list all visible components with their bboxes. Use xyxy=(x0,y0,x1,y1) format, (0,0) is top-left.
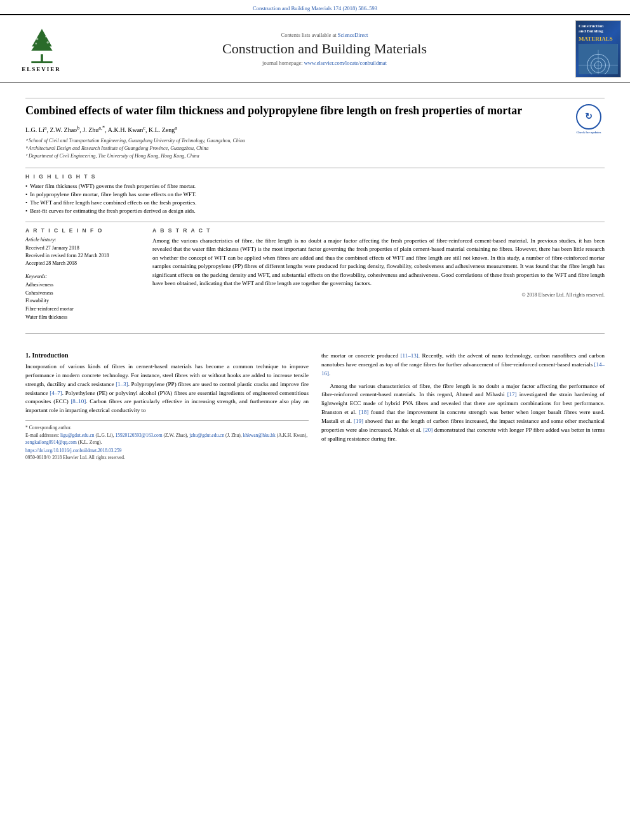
journal-homepage: journal homepage: www.elsevier.com/locat… xyxy=(262,60,387,66)
footnote-emails-label: E-mail addresses: xyxy=(25,432,59,438)
email-zeng[interactable]: zengkailong0914@qq.com xyxy=(25,439,77,445)
authors-text: L.G. Lia, Z.W. Zhaob, J. Zhua,*, A.K.H. … xyxy=(25,126,177,133)
article-title: Combined effects of water film thickness… xyxy=(25,104,522,117)
sciencedirect-label: Contents lists available at xyxy=(281,32,337,38)
ref-4-7[interactable]: [4–7] xyxy=(50,390,62,396)
journal-cover-area: Construction and Building MATERIALS xyxy=(573,20,624,77)
journal-header: ELSEVIER Contents lists available at Sci… xyxy=(0,14,630,83)
ref-1-3[interactable]: [1–3] xyxy=(116,381,128,387)
highlight-1-text: Water film thickness (WFT) governs the f… xyxy=(30,183,196,189)
body-col-left: 1. Introduction Incorporation of various… xyxy=(25,352,309,460)
keyword-2: Cohesiveness xyxy=(25,290,140,298)
email-ligu[interactable]: ligu@gdut.edu.cn xyxy=(60,432,95,438)
cover-title-area: Construction and Building MATERIALS xyxy=(579,23,618,42)
ref-14-16[interactable]: [14–16] xyxy=(321,361,605,377)
divider-1 xyxy=(25,98,605,98)
divider-3 xyxy=(25,222,605,222)
ref-19[interactable]: [19] xyxy=(354,418,363,424)
received-1: Received 27 January 2018 xyxy=(25,244,140,252)
intro-heading: 1. Introduction xyxy=(25,352,309,359)
highlights-section: H I G H L I G H T S • Water film thickne… xyxy=(25,173,605,214)
keyword-3: Flowability xyxy=(25,297,140,305)
copyright: © 2018 Elsevier Ltd. All rights reserved… xyxy=(152,292,605,298)
doi-footer-text: https://doi.org/10.1016/j.conbuildmat.20… xyxy=(25,448,122,453)
divider-4 xyxy=(25,333,605,334)
svg-rect-1 xyxy=(31,61,52,63)
highlights-label: H I G H L I G H T S xyxy=(25,173,605,180)
article-content: Combined effects of water film thickness… xyxy=(0,83,630,345)
keyword-1: Adhesiveness xyxy=(25,281,140,290)
keywords-title: Keywords: xyxy=(25,274,140,279)
two-col-section: A R T I C L E I N F O Article history: R… xyxy=(25,227,605,328)
issn-line: 0950-0618/© 2018 Elsevier Ltd. All right… xyxy=(25,455,309,460)
homepage-link[interactable]: www.elsevier.com/locate/conbuildmat xyxy=(304,60,387,66)
article-title-area: Combined effects of water film thickness… xyxy=(25,103,605,118)
ref-18[interactable]: [18] xyxy=(359,409,368,415)
ref-8-10[interactable]: [8–10] xyxy=(70,398,86,404)
affil-b-text: ᵇ Architectural Design and Research Inst… xyxy=(25,145,209,152)
footnote-emails: E-mail addresses: ligu@gdut.edu.cn (L.G.… xyxy=(25,432,309,446)
ref-17[interactable]: [17] xyxy=(507,391,517,397)
check-for-updates-text: Check for updates xyxy=(576,131,601,135)
doi-footer[interactable]: https://doi.org/10.1016/j.conbuildmat.20… xyxy=(25,448,309,453)
doi-line-text: Construction and Building Materials 174 … xyxy=(253,5,377,11)
elsevier-tree-icon xyxy=(18,26,65,64)
svg-point-5 xyxy=(45,36,47,37)
abstract-text: Among the various characteristics of fib… xyxy=(152,237,605,288)
footnote-section: * Corresponding author. E-mail addresses… xyxy=(25,420,309,460)
bullet-2: • xyxy=(25,191,27,197)
abstract-label: A B S T R A C T xyxy=(152,227,605,234)
highlight-3-text: The WFT and fibre length have combined e… xyxy=(30,199,196,206)
divider-2 xyxy=(25,168,605,168)
check-arrow-icon: ↻ xyxy=(585,111,593,123)
body-col-left-text: Incorporation of various kinds of fibres… xyxy=(25,363,309,416)
elsevier-label: ELSEVIER xyxy=(22,66,61,72)
svg-point-4 xyxy=(36,37,38,40)
journal-cover: Construction and Building MATERIALS xyxy=(575,20,621,77)
highlight-2-text: In polypropylene fibre mortar, fibre len… xyxy=(30,191,196,197)
doi-line: Construction and Building Materials 174 … xyxy=(0,0,630,14)
journal-title: Construction and Building Materials xyxy=(222,41,427,57)
email-zhao[interactable]: 15920126593@163.com xyxy=(115,432,162,438)
cover-title-materials: MATERIALS xyxy=(579,36,618,42)
highlight-1: • Water film thickness (WFT) governs the… xyxy=(25,183,605,189)
body-col-right: the mortar or concrete produced [11–13].… xyxy=(321,352,605,460)
main-body: 1. Introduction Incorporation of various… xyxy=(0,345,630,467)
article-history-title: Article history: xyxy=(25,237,140,243)
author-kwan-name: (A.K.H. Kwan), xyxy=(277,432,308,438)
highlight-4-text: Best-fit curves for estimating the fresh… xyxy=(30,208,196,214)
body-col-right-text: the mortar or concrete produced [11–13].… xyxy=(321,352,605,444)
cover-title-line1: Construction xyxy=(579,23,618,29)
bullet-3: • xyxy=(25,199,27,206)
keyword-4: Fibre-reinforced mortar xyxy=(25,305,140,314)
highlight-2: • In polypropylene fibre mortar, fibre l… xyxy=(25,191,605,197)
svg-point-6 xyxy=(35,43,37,44)
affil-a: ᵃ School of Civil and Transportation Eng… xyxy=(25,137,605,145)
intro-p1: Incorporation of various kinds of fibres… xyxy=(25,363,309,416)
affil-c-text: ᶜ Department of Civil Engineering, The U… xyxy=(25,152,199,160)
affiliations: ᵃ School of Civil and Transportation Eng… xyxy=(25,137,605,160)
email-kwan[interactable]: khkwan@hku.hk xyxy=(243,432,276,438)
article-info-col: A R T I C L E I N F O Article history: R… xyxy=(25,227,140,328)
ref-11-13[interactable]: [11–13] xyxy=(401,352,419,359)
accepted: Accepted 28 March 2018 xyxy=(25,260,140,267)
sciencedirect-line: Contents lists available at ScienceDirec… xyxy=(281,32,368,38)
page: Construction and Building Materials 174 … xyxy=(0,0,630,840)
homepage-label: journal homepage: xyxy=(262,60,303,66)
journal-header-center: Contents lists available at ScienceDirec… xyxy=(83,20,566,77)
ref-20[interactable]: [20] xyxy=(423,427,432,433)
affil-c: ᶜ Department of Civil Engineering, The U… xyxy=(25,152,605,160)
check-for-updates[interactable]: ↻ Check for updates xyxy=(573,103,605,135)
highlight-4: • Best-fit curves for estimating the fre… xyxy=(25,208,605,214)
elsevier-logo: ELSEVIER xyxy=(18,26,65,72)
svg-rect-0 xyxy=(41,54,43,62)
intro-p3: Among the various characteristics of fib… xyxy=(321,382,605,444)
author-jzhu-name: (J. Zhu), xyxy=(225,432,243,438)
sciencedirect-link[interactable]: ScienceDirect xyxy=(338,32,368,38)
affil-b: ᵇ Architectural Design and Research Inst… xyxy=(25,145,605,152)
elsevier-logo-area: ELSEVIER xyxy=(6,20,76,77)
highlights-list: • Water film thickness (WFT) governs the… xyxy=(25,183,605,214)
email-jzhu[interactable]: jzhu@gdut.edu.cn xyxy=(189,432,224,438)
affil-a-text: ᵃ School of Civil and Transportation Eng… xyxy=(25,137,245,145)
abstract-col: A B S T R A C T Among the various charac… xyxy=(152,227,605,328)
